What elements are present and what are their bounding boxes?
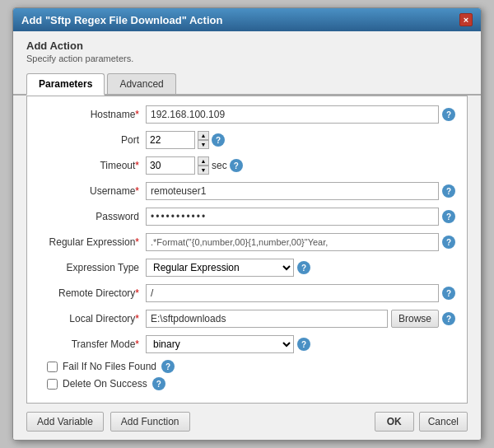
- fail-checkbox-label: Fail If No Files Found: [63, 361, 156, 372]
- username-help-icon[interactable]: ?: [442, 184, 455, 198]
- add-function-button[interactable]: Add Function: [110, 412, 190, 432]
- regex-input[interactable]: [146, 233, 439, 251]
- username-input[interactable]: [146, 182, 439, 200]
- remote-dir-label: Remote Directory*: [39, 287, 146, 299]
- port-control: ▲ ▼ ?: [146, 131, 455, 149]
- expr-type-row: Expression Type Regular Expression Wildc…: [39, 258, 455, 278]
- bottom-bar: Add Variable Add Function OK Cancel: [13, 404, 481, 440]
- form-area: Hostname* ? Port ▲ ▼ ? Tim: [26, 96, 468, 404]
- hostname-label: Hostname*: [39, 109, 146, 120]
- username-label: Username*: [39, 185, 146, 197]
- timeout-help-icon[interactable]: ?: [230, 159, 243, 172]
- password-label: Password: [39, 211, 146, 222]
- remote-dir-help-icon[interactable]: ?: [442, 287, 455, 300]
- browse-button[interactable]: Browse: [391, 310, 439, 328]
- timeout-up-btn[interactable]: ▲: [198, 156, 209, 166]
- remote-dir-control: ?: [146, 284, 455, 302]
- delete-checkbox-label: Delete On Success: [63, 378, 147, 390]
- expr-type-select[interactable]: Regular Expression Wildcard: [146, 259, 294, 277]
- regex-label: Regular Expression*: [39, 236, 146, 248]
- hostname-input[interactable]: [146, 105, 439, 124]
- dialog-title: Add "Sftp Regex File Download" Action: [21, 14, 222, 26]
- remote-dir-input[interactable]: [146, 284, 439, 302]
- ok-button[interactable]: OK: [375, 412, 414, 432]
- password-input[interactable]: [146, 208, 439, 226]
- regex-row: Regular Expression* ?: [39, 232, 455, 252]
- bottom-right: OK Cancel: [375, 412, 468, 432]
- local-dir-control: Browse ?: [146, 310, 455, 328]
- add-variable-button[interactable]: Add Variable: [26, 412, 104, 432]
- dialog: Add "Sftp Regex File Download" Action × …: [12, 7, 482, 441]
- password-help-icon[interactable]: ?: [442, 210, 455, 223]
- timeout-row: Timeout* ▲ ▼ sec ?: [39, 156, 455, 175]
- expr-type-help-icon[interactable]: ?: [297, 261, 310, 274]
- fail-checkbox[interactable]: [47, 362, 58, 372]
- fail-checkbox-row: Fail If No Files Found ?: [39, 360, 455, 373]
- port-down-btn[interactable]: ▼: [198, 140, 209, 149]
- delete-checkbox[interactable]: [47, 379, 58, 390]
- transfer-mode-label: Transfer Mode*: [39, 338, 146, 350]
- title-bar: Add "Sftp Regex File Download" Action ×: [13, 8, 481, 31]
- fail-help-icon[interactable]: ?: [161, 360, 175, 373]
- hostname-control: ?: [146, 105, 455, 124]
- port-row: Port ▲ ▼ ?: [39, 130, 455, 150]
- local-dir-row: Local Directory* Browse ?: [39, 309, 455, 329]
- local-dir-help-icon[interactable]: ?: [442, 312, 455, 325]
- section-subtitle: Specify action parameters.: [26, 54, 468, 63]
- transfer-mode-select[interactable]: binary ascii: [146, 335, 294, 353]
- username-row: Username* ?: [39, 181, 455, 201]
- sec-label: sec: [212, 160, 227, 171]
- password-row: Password ?: [39, 207, 455, 226]
- username-control: ?: [146, 182, 455, 200]
- port-input[interactable]: [146, 131, 195, 149]
- port-spinners: ▲ ▼: [198, 131, 209, 149]
- timeout-input[interactable]: [146, 156, 195, 175]
- expr-type-label: Expression Type: [39, 262, 146, 273]
- hostname-row: Hostname* ?: [39, 105, 455, 124]
- regex-control: ?: [146, 233, 455, 251]
- cancel-button[interactable]: Cancel: [419, 412, 468, 432]
- transfer-mode-help-icon[interactable]: ?: [297, 338, 310, 351]
- timeout-down-btn[interactable]: ▼: [198, 166, 209, 175]
- expr-type-control: Regular Expression Wildcard ?: [146, 259, 455, 277]
- local-dir-input[interactable]: [146, 310, 388, 328]
- timeout-label: Timeout*: [39, 160, 146, 171]
- password-control: ?: [146, 208, 455, 226]
- delete-checkbox-row: Delete On Success ?: [39, 377, 455, 390]
- timeout-spinners: ▲ ▼: [198, 156, 209, 175]
- bottom-left: Add Variable Add Function: [26, 412, 190, 432]
- regex-help-icon[interactable]: ?: [442, 236, 455, 249]
- delete-help-icon[interactable]: ?: [152, 377, 165, 390]
- port-up-btn[interactable]: ▲: [198, 131, 209, 140]
- header-section: Add Action Specify action parameters.: [13, 31, 481, 68]
- tab-parameters[interactable]: Parameters: [26, 73, 105, 96]
- transfer-mode-control: binary ascii ?: [146, 335, 455, 353]
- section-title: Add Action: [26, 40, 468, 52]
- tabs-bar: Parameters Advanced: [13, 73, 481, 96]
- close-button[interactable]: ×: [459, 13, 473, 26]
- tab-advanced[interactable]: Advanced: [107, 73, 175, 94]
- local-dir-label: Local Directory*: [39, 313, 146, 324]
- transfer-mode-row: Transfer Mode* binary ascii ?: [39, 334, 455, 354]
- port-help-icon[interactable]: ?: [212, 133, 225, 147]
- remote-dir-row: Remote Directory* ?: [39, 283, 455, 303]
- hostname-help-icon[interactable]: ?: [442, 108, 455, 121]
- timeout-control: ▲ ▼ sec ?: [146, 156, 455, 175]
- port-label: Port: [39, 134, 146, 146]
